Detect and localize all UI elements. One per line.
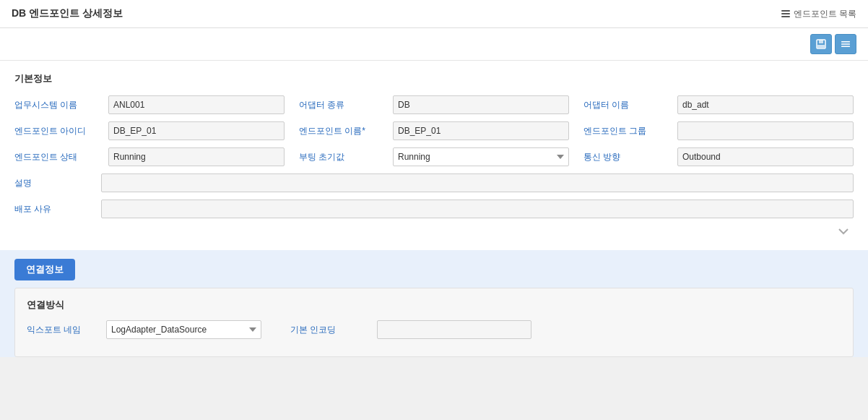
svg-rect-6 — [841, 41, 850, 43]
basic-info-title: 기본정보 — [14, 72, 854, 85]
form-row-3: 엔드포인트 상태 부팅 초기값 Running Stopped 통신 방향 — [14, 147, 854, 166]
form-row-1: 업무시스템 이름 어댑터 종류 어댑터 이름 — [14, 95, 854, 114]
svg-rect-1 — [781, 13, 790, 14]
default-encoding-input[interactable] — [377, 320, 532, 339]
form-row-description: 설명 — [14, 173, 854, 192]
connect-form-row: 익스포트 네임 LogAdapter_DataSource 기본 인코딩 — [27, 320, 841, 339]
menu-icon — [840, 38, 851, 50]
form-row-deploy-reason: 배포 사유 — [14, 200, 854, 218]
business-system-label: 업무시스템 이름 — [14, 99, 108, 111]
page-header: DB 엔드포인트 상세정보 엔드포인트 목록 — [0, 0, 868, 28]
endpoint-list-link[interactable]: 엔드포인트 목록 — [781, 8, 856, 20]
endpoint-name-input[interactable] — [393, 121, 569, 140]
toolbar — [0, 28, 868, 61]
endpoint-group-input[interactable] — [677, 121, 854, 140]
comm-direction-label: 통신 방향 — [583, 151, 677, 163]
default-encoding-label: 기본 인코딩 — [290, 324, 377, 336]
connect-info-section: 연결정보 연결방식 익스포트 네임 LogAdapter_DataSource … — [0, 250, 868, 357]
svg-rect-5 — [817, 45, 825, 48]
scroll-indicator — [14, 226, 854, 239]
boot-init-select[interactable]: Running Stopped — [393, 147, 569, 166]
description-label: 설명 — [14, 177, 101, 189]
business-system-input[interactable] — [108, 95, 285, 114]
endpoint-name-label: 엔드포인트 이름* — [299, 125, 393, 137]
boot-init-label: 부팅 초기값 — [299, 151, 393, 163]
connect-method-section: 연결방식 익스포트 네임 LogAdapter_DataSource 기본 인코… — [14, 288, 854, 357]
basic-info-section: 기본정보 업무시스템 이름 어댑터 종류 어댑터 이름 엔드포인트 아이디 — [0, 61, 868, 250]
adapter-type-input[interactable] — [393, 95, 569, 114]
description-input[interactable] — [101, 173, 854, 192]
adapter-name-input[interactable] — [677, 95, 854, 114]
export-name-select[interactable]: LogAdapter_DataSource — [106, 320, 261, 339]
endpoint-status-input[interactable] — [108, 147, 285, 166]
list-icon — [781, 9, 791, 19]
save-icon — [815, 38, 827, 50]
connect-info-button[interactable]: 연결정보 — [14, 259, 75, 280]
connect-method-title: 연결방식 — [27, 299, 841, 312]
menu-button[interactable] — [835, 34, 856, 54]
chevron-down-icon — [838, 228, 849, 235]
adapter-name-label: 어댑터 이름 — [583, 99, 677, 111]
svg-rect-8 — [841, 46, 850, 48]
comm-direction-input[interactable] — [677, 147, 854, 166]
svg-rect-0 — [781, 10, 790, 12]
endpoint-id-label: 엔드포인트 아이디 — [14, 125, 108, 137]
deploy-reason-input[interactable] — [101, 200, 854, 218]
form-row-2: 엔드포인트 아이디 엔드포인트 이름* 엔드포인트 그룹 — [14, 121, 854, 140]
svg-rect-7 — [841, 43, 850, 45]
endpoint-status-label: 엔드포인트 상태 — [14, 151, 108, 163]
svg-rect-4 — [819, 40, 823, 43]
deploy-reason-label: 배포 사유 — [14, 203, 101, 215]
svg-rect-2 — [781, 16, 790, 17]
page-title: DB 엔드포인트 상세정보 — [12, 7, 123, 20]
save-button[interactable] — [810, 34, 832, 54]
endpoint-id-input[interactable] — [108, 121, 285, 140]
endpoint-list-label: 엔드포인트 목록 — [794, 8, 856, 20]
adapter-type-label: 어댑터 종류 — [299, 99, 393, 111]
endpoint-group-label: 엔드포인트 그룹 — [583, 125, 677, 137]
export-name-label: 익스포트 네임 — [27, 324, 106, 336]
